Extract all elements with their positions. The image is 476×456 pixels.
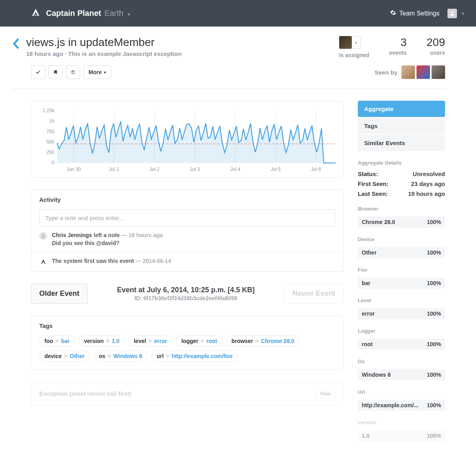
sidebar-group-label: Url xyxy=(358,389,445,395)
detail-row: Last Seen:19 hours ago xyxy=(358,190,445,197)
user-menu[interactable]: ▾ xyxy=(447,9,464,18)
sentry-logo-icon xyxy=(39,258,47,266)
chevron-down-icon: ▾ xyxy=(462,11,464,16)
sidebar-group: Urlhttp://example.com/...100% xyxy=(358,389,445,411)
bookmark-button[interactable] xyxy=(48,65,63,79)
chevron-down-icon[interactable]: ▾ xyxy=(352,36,361,49)
user-avatar-icon xyxy=(447,9,457,18)
resolve-button[interactable] xyxy=(31,65,45,79)
svg-text:1.25k: 1.25k xyxy=(43,108,55,113)
tag-pill[interactable]: browser = Chrome 28.0 xyxy=(226,335,299,347)
sidebar-group-bar[interactable]: Windows 8100% xyxy=(358,369,445,380)
svg-text:0: 0 xyxy=(52,160,54,165)
sidebar-group-bar[interactable]: Chrome 28.0100% xyxy=(358,217,445,228)
avatar xyxy=(401,65,415,79)
svg-text:Jul 5: Jul 5 xyxy=(271,167,281,172)
topbar: Captain Planet Earth ▾ Team Settings ▾ xyxy=(0,0,476,27)
svg-text:Jun 30: Jun 30 xyxy=(67,167,81,172)
tag-pill[interactable]: logger = root xyxy=(176,335,222,347)
aggregate-details-header: Aggregate Details xyxy=(358,160,445,166)
sidebar-group: Foobar100% xyxy=(358,267,445,289)
sidebar-group-bar[interactable]: Other100% xyxy=(358,247,445,258)
sidebar-tab[interactable]: Aggregate xyxy=(358,101,445,117)
sidebar-group: DeviceOther100% xyxy=(358,236,445,258)
sidebar-group: BrowserChrome 28.0100% xyxy=(358,206,445,228)
sidebar-group: Version1.0100% xyxy=(358,420,445,441)
issue-subtitle: 18 hours ago · This is an example Javasc… xyxy=(26,50,333,57)
svg-text:Jul 2: Jul 2 xyxy=(150,167,160,172)
newer-event-button: Newer Event xyxy=(284,284,344,304)
users-count: 209 xyxy=(426,36,445,49)
sidebar-group-label: Os xyxy=(358,358,445,364)
detail-row: Status:Unresolved xyxy=(358,171,445,177)
sidebar-tab[interactable]: Similar Events xyxy=(358,135,445,151)
event-navigation: Older Event Event at July 6, 2014, 10:25… xyxy=(31,284,344,304)
event-title: Event at July 6, 2014, 10:25 p.m. [4.5 K… xyxy=(96,286,276,294)
assignee-label: is assigned xyxy=(339,52,369,58)
activity-header: Activity xyxy=(31,190,343,209)
team-name: Captain Planet xyxy=(46,9,101,17)
sidebar-group-bar[interactable]: 1.0100% xyxy=(358,430,445,441)
users-label: users xyxy=(426,50,445,56)
sidebar-group-bar[interactable]: error100% xyxy=(358,308,445,319)
tag-pill[interactable]: url = http://example.com/foo xyxy=(152,351,238,362)
chevron-down-icon: ▾ xyxy=(104,70,106,75)
sidebar-group-label: Browser xyxy=(358,206,445,212)
assignee-dropdown[interactable]: ▾ xyxy=(339,36,369,49)
older-event-button[interactable]: Older Event xyxy=(31,284,88,304)
sidebar-group-bar[interactable]: bar100% xyxy=(358,278,445,289)
sidebar-group-bar[interactable]: root100% xyxy=(358,339,445,350)
team-env: Earth xyxy=(104,9,123,17)
activity-item: The system first saw this event — 2014-0… xyxy=(31,252,343,271)
sidebar-group-label: Device xyxy=(358,236,445,242)
sidebar-group-label: Foo xyxy=(358,267,445,273)
svg-text:500: 500 xyxy=(46,139,54,145)
gear-icon xyxy=(390,10,396,17)
delete-button[interactable] xyxy=(66,65,80,79)
svg-text:250: 250 xyxy=(46,149,54,155)
sidebar-group: Levelerror100% xyxy=(358,297,445,319)
sidebar-tab[interactable]: Tags xyxy=(358,118,445,134)
chevron-down-icon: ▾ xyxy=(128,11,130,17)
event-id: ID: 9f17b36ef2f24d38b3cde2eef4fa8099 xyxy=(96,295,276,301)
raw-button[interactable]: Raw xyxy=(316,389,335,399)
sidebar-group-label: Logger xyxy=(358,328,445,334)
tags-header: Tags xyxy=(31,316,343,335)
activity-input[interactable]: Type a note and press enter... xyxy=(39,209,335,226)
tag-pill[interactable]: foo = bar xyxy=(39,335,75,347)
issue-title: views.js in updateMember xyxy=(26,36,333,49)
sentry-logo-icon xyxy=(31,8,40,19)
sidebar-group-bar[interactable]: http://example.com/...100% xyxy=(358,400,445,411)
seen-by-avatars xyxy=(401,65,445,79)
avatar xyxy=(432,65,445,79)
sidebar-group: Loggerroot100% xyxy=(358,328,445,350)
activity-card: Activity Type a note and press enter... … xyxy=(31,190,344,272)
svg-text:1k: 1k xyxy=(49,118,55,124)
assignee-avatar xyxy=(339,36,352,49)
svg-text:Jul 6: Jul 6 xyxy=(311,167,321,172)
tag-pill[interactable]: device = Other xyxy=(39,351,90,362)
back-button[interactable] xyxy=(12,36,20,51)
team-selector[interactable]: Captain Planet Earth ▾ xyxy=(31,8,130,19)
more-button[interactable]: More ▾ xyxy=(83,65,111,79)
events-count: 3 xyxy=(389,36,407,49)
tag-pill[interactable]: os = Windows 8 xyxy=(94,351,148,362)
svg-text:Jul 1: Jul 1 xyxy=(109,167,119,172)
user-icon xyxy=(39,232,47,240)
tag-pill[interactable]: level = error xyxy=(129,335,172,347)
activity-item: Chris Jennings left a note — 18 hours ag… xyxy=(31,226,343,252)
detail-row: First Seen:23 days ago xyxy=(358,180,445,187)
sidebar-group-label: Level xyxy=(358,297,445,303)
sidebar-group: OsWindows 8100% xyxy=(358,358,445,380)
events-chart: 02505007501k1.25kJun 30Jul 1Jul 2Jul 3Ju… xyxy=(31,101,344,178)
exception-card: Exception (most recent call first) Raw xyxy=(31,382,344,405)
events-label: events xyxy=(389,50,407,56)
sidebar-group-label: Version xyxy=(358,420,445,425)
tags-card: Tags foo = barversion = 1.0level = error… xyxy=(31,316,344,370)
svg-text:750: 750 xyxy=(46,129,54,134)
team-settings-link[interactable]: Team Settings xyxy=(390,10,440,17)
avatar xyxy=(416,65,430,79)
exception-title: Exception (most recent call first) xyxy=(39,390,132,397)
svg-text:Jul 3: Jul 3 xyxy=(190,167,200,172)
tag-pill[interactable]: version = 1.0 xyxy=(79,335,125,347)
